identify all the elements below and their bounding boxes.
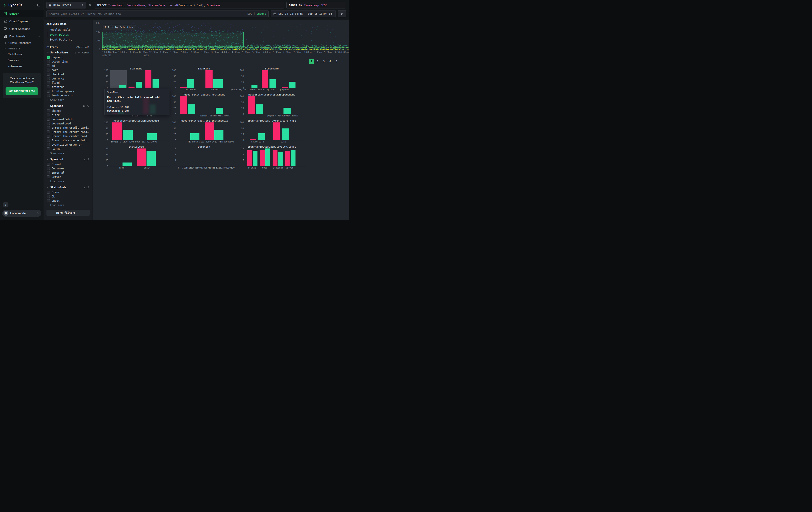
bar-green[interactable] [216,108,223,114]
bar-pink[interactable] [248,97,255,114]
bar-green[interactable] [214,130,224,140]
filter-group-header[interactable]: StatusCode [47,186,90,189]
bar-pink[interactable] [282,87,288,88]
filter-checkbox-row[interactable]: documentFetch [47,117,90,121]
filter-checkbox-row[interactable]: frontend-proxy [47,89,90,93]
bar-green[interactable] [119,85,126,88]
filter-checkbox-row[interactable]: Ok [47,194,90,198]
checkbox[interactable] [47,118,50,120]
heatmap-selection-rect[interactable] [102,32,244,47]
filter-checkbox-row[interactable]: eventListener.error [47,142,90,147]
pagination-next[interactable]: › [340,59,345,64]
checkbox[interactable] [47,90,50,92]
bar-pink[interactable] [128,87,135,88]
bar-pink[interactable] [273,123,280,140]
checkbox[interactable] [47,77,50,80]
sidebar-item-client-sessions[interactable]: Client Sessions [0,25,44,32]
pagination-prev[interactable]: ‹ [303,59,308,64]
checkbox[interactable] [47,139,50,142]
bar-green[interactable] [256,104,263,114]
checkbox[interactable] [47,60,50,63]
checkbox[interactable] [47,122,50,125]
checkbox[interactable] [47,191,50,194]
checkbox[interactable] [47,176,50,178]
checkbox[interactable] [47,131,50,133]
filter-group-clear-button[interactable]: Clear [82,51,90,54]
order-by-input[interactable]: ORDER BY Timestamp DESC [286,2,346,8]
filter-load-more-link[interactable]: Load more [47,179,90,183]
more-filters-button[interactable]: More filters [47,210,90,216]
sql-query-input[interactable]: SELECT Timestamp, ServiceName, StatusCod… [94,2,284,8]
bar-green[interactable] [188,104,195,114]
checkbox[interactable] [47,109,50,112]
checkbox[interactable]: ✓ [47,56,50,59]
filter-checkbox-row[interactable]: currency [47,76,90,81]
sidebar-subitem-presets[interactable]: PRESETS [0,46,44,51]
filter-load-more-link[interactable]: Load more [47,203,90,207]
checkbox[interactable] [47,163,50,166]
filter-show-more-link[interactable]: Show more [47,98,90,102]
filter-checkbox-row[interactable]: click [47,113,90,117]
bar-green[interactable] [147,133,157,140]
checkbox[interactable] [47,143,50,146]
pagination-page-1[interactable]: 1 [309,59,314,64]
filter-checkbox-row[interactable]: Unset [47,198,90,203]
bar-green[interactable] [265,149,270,166]
checkbox[interactable] [47,195,50,198]
bar-pink[interactable] [250,139,256,140]
pin-icon[interactable] [78,51,81,54]
filter-checkbox-row[interactable]: flagd [47,81,90,85]
filter-checkbox-row[interactable]: Client [47,162,90,166]
filter-checkbox-row[interactable]: ✓payment [47,55,90,59]
filter-checkbox-row[interactable]: Error [47,190,90,194]
filter-checkbox-row[interactable]: Server [47,175,90,179]
bar-green[interactable] [213,79,223,88]
pagination-page-5[interactable]: 5 [334,59,339,64]
bar-green[interactable] [152,79,158,88]
sidebar-subitem-kubernetes[interactable]: Kubernetes [0,63,44,69]
run-query-button[interactable] [338,10,346,17]
get-started-button[interactable]: Get Started for Free [5,87,38,95]
magnifier-icon[interactable] [83,186,85,189]
filter-by-selection-button[interactable]: Filter by Selection [103,25,135,30]
checkbox[interactable] [47,199,50,202]
filter-checkbox-row[interactable]: Consumer [47,166,90,170]
bar-pink[interactable] [272,150,278,166]
local-mode-button[interactable]: U Local mode [2,210,41,217]
bar-green[interactable] [289,82,295,88]
bar-green[interactable] [190,133,199,140]
lucene-toggle[interactable]: Lucene [257,12,266,16]
filter-checkbox-row[interactable]: ad [47,64,90,68]
magnifier-icon[interactable] [83,158,85,161]
filter-checkbox-row[interactable]: accounting [47,59,90,64]
checkbox[interactable] [47,171,50,174]
checkbox[interactable] [47,113,50,116]
pin-icon[interactable] [87,158,90,161]
filter-checkbox-row[interactable]: change [47,109,90,113]
collapse-sidebar-icon[interactable] [37,3,40,7]
checkbox[interactable] [47,94,50,97]
bar-green[interactable] [291,150,295,166]
bar-pink[interactable] [145,70,151,88]
clear-all-button[interactable]: Clear all [76,46,90,49]
filter-group-header[interactable]: ServiceNameClear [47,51,90,54]
bar-pink[interactable] [137,149,146,166]
bar-green[interactable] [147,151,156,166]
checkbox[interactable] [47,81,50,84]
bar-pink[interactable] [260,150,265,166]
bar-green[interactable] [252,85,258,88]
pagination-page-4[interactable]: 4 [328,59,332,64]
filter-group-header[interactable]: SpanKind [47,158,90,161]
pagination-page-2[interactable]: 2 [315,59,320,64]
checkbox[interactable] [47,73,50,76]
bar-green[interactable] [122,162,132,166]
bar-green[interactable] [282,129,289,140]
bar-pink[interactable] [180,97,187,114]
bar-green[interactable] [278,152,283,166]
bar-pink[interactable] [247,150,252,166]
gear-icon[interactable] [88,3,92,7]
filter-group-header[interactable]: SpanName [47,104,90,108]
sidebar-subitem-services[interactable]: Services [0,57,44,63]
pin-icon[interactable] [87,186,90,189]
checkbox[interactable] [47,85,50,88]
